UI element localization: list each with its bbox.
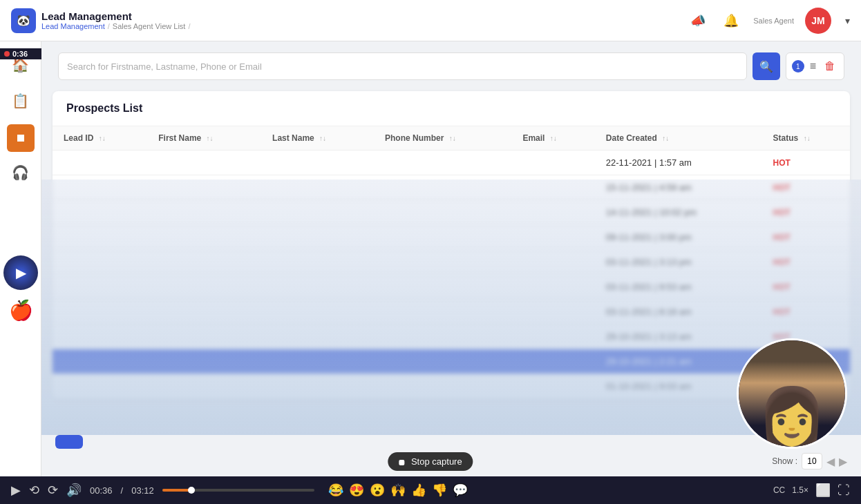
video-controls: ▶ ⟲ ⟳ 🔊 00:36 / 03:12 😂 😍 😮 🙌 👍 👎 💬 CC 1… [0, 476, 861, 504]
fast-forward-button[interactable]: ⟳ [48, 483, 58, 498]
stop-dot [399, 460, 404, 465]
floating-icons: ▶ 🍎 [0, 255, 41, 327]
thumbs-up-emoji[interactable]: 👍 [411, 483, 426, 498]
prev-page-icon[interactable]: ◀ [826, 455, 835, 468]
volume-button[interactable]: 🔊 [66, 483, 82, 498]
sidebar-item-headset[interactable]: 🎧 [8, 160, 33, 185]
hands-emoji[interactable]: 🙌 [390, 483, 406, 498]
play-float-icon[interactable]: ▶ [3, 255, 38, 290]
breadcrumb-home[interactable]: Lead Management [41, 22, 105, 30]
top-right: 📣 🔔 Sales Agent JM ▾ [687, 8, 850, 34]
col-status: Status ↑↓ [762, 126, 850, 151]
col-email: Email ↑↓ [511, 126, 594, 151]
megaphone-icon[interactable]: 📣 [687, 10, 709, 32]
sort-last-name[interactable]: ↑↓ [319, 135, 326, 142]
progress-bar[interactable] [162, 489, 314, 492]
sort-status[interactable]: ↑↓ [804, 135, 811, 142]
col-date: Date Created ↑↓ [595, 126, 762, 151]
recording-time: 0:36 [12, 50, 28, 58]
next-page-icon[interactable]: ▶ [839, 455, 847, 468]
sales-agent-label: Sales Agent [753, 17, 794, 25]
record-icon[interactable]: ⏹ [7, 124, 35, 152]
filter-badge: 1 [792, 60, 804, 72]
cell-phone [374, 151, 511, 175]
show-label: Show : [772, 456, 797, 466]
chat-emoji[interactable]: 💬 [453, 483, 468, 498]
page-count-input[interactable] [802, 453, 822, 469]
sort-date[interactable]: ↑↓ [662, 135, 669, 142]
picture-in-picture-button[interactable]: ⬜ [815, 483, 831, 498]
col-lead-id: Lead ID ↑↓ [53, 126, 147, 151]
cell-last-name [261, 151, 374, 175]
search-box: Search for Firstname, Lastname, Phone or… [58, 52, 747, 80]
cc-button[interactable]: CC [773, 485, 785, 495]
speed-button[interactable]: 1.5× [792, 485, 808, 495]
action-button[interactable] [55, 435, 83, 449]
search-button[interactable]: 🔍 [753, 52, 780, 80]
webcam-circle: 👩 [737, 338, 847, 449]
emoji-bar: 😂 😍 😮 🙌 👍 👎 💬 [328, 483, 468, 498]
sort-first-name[interactable]: ↑↓ [207, 135, 214, 142]
right-controls: CC 1.5× ⬜ ⛶ [773, 483, 850, 498]
cell-first-name [147, 151, 261, 175]
search-area: Search for Firstname, Lastname, Phone or… [41, 41, 861, 91]
person-emoji: 👩 [757, 386, 826, 447]
cell-email [511, 151, 594, 175]
cell-lead-id [53, 151, 147, 175]
delete-filter-icon[interactable]: 🗑 [822, 59, 838, 74]
title-area: Lead Management Lead Management / Sales … [41, 10, 190, 30]
table-row[interactable]: 22-11-2021 | 1:57 am HOT [53, 151, 850, 175]
stop-capture-button[interactable]: Stop capture [388, 452, 473, 471]
app-logo: 🐼 [11, 8, 36, 33]
play-button[interactable]: ▶ [11, 483, 21, 498]
filter-group: 1 ≡ 🗑 [786, 52, 844, 80]
pagination-area: Show : ◀ ▶ [772, 453, 847, 469]
video-player: 🐼 Lead Management Lead Management / Sale… [0, 0, 861, 504]
breadcrumb-current[interactable]: Sales Agent View List [113, 22, 186, 30]
table-header-row: Lead ID ↑↓ First Name ↑↓ Last Name ↑↓ Ph… [53, 126, 850, 151]
total-time: 03:12 [131, 485, 154, 496]
cell-date: 22-11-2021 | 1:57 am [595, 151, 762, 175]
filter-icon[interactable]: ≡ [807, 59, 819, 74]
user-avatar[interactable]: JM [805, 8, 831, 34]
recording-badge: 0:36 [0, 48, 41, 59]
stop-capture-label: Stop capture [411, 456, 462, 467]
side-panel: ⏹ [0, 124, 41, 152]
sidebar-item-list[interactable]: 📋 [8, 88, 33, 113]
heart-eyes-emoji[interactable]: 😍 [349, 483, 364, 498]
top-bar: 🐼 Lead Management Lead Management / Sale… [0, 0, 861, 41]
col-last-name: Last Name ↑↓ [261, 126, 374, 151]
search-placeholder: Search for Firstname, Lastname, Phone or… [67, 61, 738, 72]
breadcrumb: Lead Management / Sales Agent View List … [41, 22, 190, 30]
laugh-emoji[interactable]: 😂 [328, 483, 343, 498]
blur-overlay [0, 180, 861, 435]
progress-fill [162, 489, 191, 492]
apple-float-icon[interactable]: 🍎 [3, 293, 38, 327]
sort-phone[interactable]: ↑↓ [449, 135, 456, 142]
rec-dot [4, 51, 10, 57]
wow-emoji[interactable]: 😮 [370, 483, 385, 498]
sort-lead-id[interactable]: ↑↓ [99, 135, 106, 142]
sort-email[interactable]: ↑↓ [550, 135, 557, 142]
prospects-header: Prospects List [53, 91, 850, 126]
thumbs-down-emoji[interactable]: 👎 [432, 483, 447, 498]
fullscreen-button[interactable]: ⛶ [838, 483, 850, 498]
rewind-button[interactable]: ⟲ [29, 483, 39, 498]
col-phone: Phone Number ↑↓ [374, 126, 511, 151]
current-time: 00:36 [90, 485, 113, 496]
logo-area: 🐼 Lead Management Lead Management / Sale… [11, 8, 190, 33]
chevron-down-icon[interactable]: ▾ [845, 15, 850, 26]
bell-icon[interactable]: 🔔 [720, 10, 742, 32]
progress-dot [188, 487, 195, 494]
webcam-person: 👩 [739, 340, 845, 447]
cell-status: HOT [762, 151, 850, 175]
col-first-name: First Name ↑↓ [147, 126, 261, 151]
page-title: Lead Management [41, 10, 190, 22]
